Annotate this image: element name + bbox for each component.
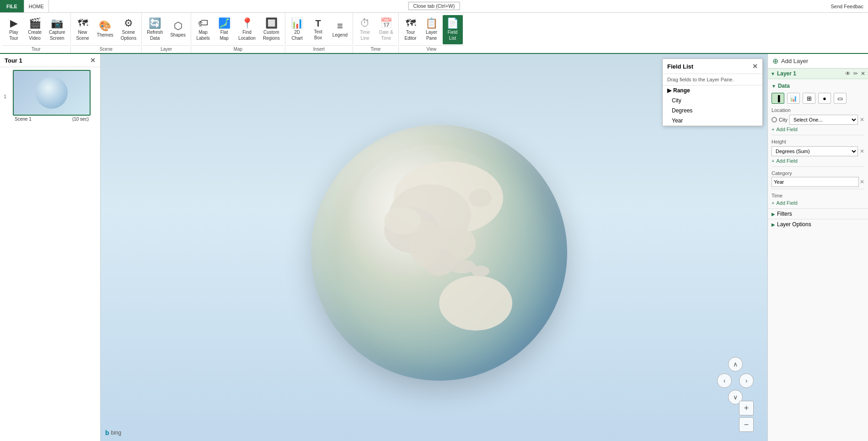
flat-map-icon: 🗾 [218, 18, 230, 28]
map-labels-button[interactable]: 🏷 MapLabels [193, 15, 213, 44]
flat-map-button[interactable]: 🗾 FlatMap [214, 15, 234, 44]
main-layout: Tour 1 ✕ 1 Scene 1 (10 sec) [0, 54, 868, 441]
zoom-in-button[interactable]: + [739, 401, 754, 415]
custom-regions-button[interactable]: 🔲 CustomRegions [260, 15, 283, 44]
location-select[interactable]: Select One... [789, 115, 858, 125]
height-add-icon: + [772, 158, 774, 164]
ribbon-group-scene: 🗺 NewScene 🎨 Themes ⚙ SceneOptions Scene [71, 13, 142, 53]
nav-right-button[interactable]: › [739, 373, 754, 388]
field-list-item-degrees[interactable]: Degrees [663, 106, 762, 116]
time-label: Time [772, 191, 864, 199]
scene-options-icon: ⚙ [124, 18, 133, 28]
layer-options-row[interactable]: ▶ Layer Options [768, 219, 868, 229]
data-section-header[interactable]: ▼ Data [772, 81, 864, 91]
text-box-button[interactable]: T TextBox [308, 15, 328, 44]
field-list-group-range: ▶ Range [663, 85, 762, 96]
new-scene-icon: 🗺 [78, 18, 88, 28]
layer-pane-button[interactable]: 📋 LayerPane [422, 15, 442, 44]
tour-panel: Tour 1 ✕ 1 Scene 1 (10 sec) [0, 54, 101, 441]
location-radio[interactable] [772, 117, 777, 122]
scene-group-label: Scene [72, 45, 141, 53]
scene-item[interactable]: 1 Scene 1 (10 sec) [0, 67, 100, 125]
layer-close-icon[interactable]: ✕ [861, 70, 865, 77]
nav-left-button[interactable]: ‹ [717, 373, 732, 388]
themes-icon: 🎨 [99, 21, 111, 31]
svg-point-10 [384, 207, 421, 234]
tour-editor-icon: 🗺 [406, 18, 416, 28]
add-layer-button[interactable]: ⊕ Add Layer [768, 54, 868, 69]
layer-chevron-icon[interactable]: ▼ [771, 71, 775, 76]
layer-header: ▼ Layer 1 👁 ✏ ✕ [768, 69, 868, 79]
date-time-button[interactable]: 📅 Date &Time [376, 15, 396, 44]
zoom-out-button[interactable]: − [739, 417, 754, 432]
field-list-item-year[interactable]: Year [663, 116, 762, 126]
location-field-value: City [779, 117, 788, 122]
ribbon-group-insert: 📊 2DChart T TextBox ≡ Legend Insert [285, 13, 353, 53]
ribbon-group-tour: ▶ PlayTour 🎬 CreateVideo 📷 CaptureScreen… [2, 13, 71, 53]
height-add-field-button[interactable]: + Add Field [772, 157, 864, 165]
nav-up-button[interactable]: ∧ [728, 357, 743, 372]
scatter-icon: ⊞ [807, 95, 812, 102]
send-feedback-button[interactable]: Send Feedbac [830, 4, 863, 9]
map-labels-icon: 🏷 [198, 18, 208, 28]
location-label: Location [772, 106, 864, 114]
refresh-data-button[interactable]: 🔄 RefreshData [144, 15, 166, 44]
custom-regions-icon: 🔲 [265, 18, 278, 28]
layer-edit-icon[interactable]: ✏ [853, 70, 858, 77]
region-type-button[interactable]: ▭ [834, 93, 847, 104]
bing-label: bing [111, 430, 122, 436]
column-chart-type-button[interactable]: 📊 [787, 93, 800, 104]
play-tour-button[interactable]: ▶ PlayTour [4, 15, 24, 44]
ribbon-group-view: 🗺 TourEditor 📋 LayerPane 📄 FieldList Vie… [399, 13, 465, 53]
capture-screen-button[interactable]: 📷 CaptureScreen [46, 15, 69, 44]
create-video-button[interactable]: 🎬 CreateVideo [25, 15, 45, 44]
home-tab[interactable]: HOME [24, 0, 49, 12]
chart-icon: 📊 [291, 18, 303, 28]
svg-point-5 [439, 276, 512, 330]
category-clear-button[interactable]: ✕ [860, 179, 864, 185]
tour-close-button[interactable]: ✕ [90, 57, 96, 64]
layer-options-label: Layer Options [777, 221, 811, 228]
scatter-type-button[interactable]: ⊞ [803, 93, 815, 104]
bubble-type-button[interactable]: ● [818, 93, 831, 104]
range-chevron-icon: ▶ [667, 87, 671, 94]
close-tab-button[interactable]: Close tab (Ctrl+W) [408, 2, 460, 10]
globe-viewport: Field List ✕ Drag fields to the Layer Pa… [101, 54, 767, 441]
new-scene-button[interactable]: 🗺 NewScene [73, 15, 93, 44]
layer-visibility-icon[interactable]: 👁 [845, 70, 851, 77]
height-select[interactable]: Degrees (Sum) [772, 146, 858, 156]
location-clear-button[interactable]: ✕ [860, 117, 864, 123]
category-input[interactable] [772, 177, 859, 187]
field-list-close-button[interactable]: ✕ [752, 63, 758, 70]
globe [311, 125, 567, 381]
refresh-icon: 🔄 [149, 18, 161, 28]
field-list-item-city[interactable]: City [663, 96, 762, 106]
themes-button[interactable]: 🎨 Themes [94, 15, 117, 44]
time-add-field-button[interactable]: + Add Field [772, 199, 864, 207]
legend-button[interactable]: ≡ Legend [329, 15, 351, 44]
region-icon: ▭ [837, 95, 843, 102]
shapes-button[interactable]: ⬡ Shapes [167, 15, 189, 44]
tour-editor-button[interactable]: 🗺 TourEditor [401, 15, 421, 44]
filters-chevron-icon: ▶ [772, 212, 775, 217]
scene-options-button[interactable]: ⚙ SceneOptions [118, 15, 139, 44]
nav-zoom: + − [739, 401, 754, 432]
file-tab[interactable]: FILE [0, 0, 24, 12]
time-line-button[interactable]: ⏱ TimeLine [355, 15, 375, 44]
ribbon-group-map: 🏷 MapLabels 🗾 FlatMap 📍 FindLocation 🔲 C… [191, 13, 285, 53]
height-clear-button[interactable]: ✕ [860, 148, 864, 154]
bing-logo: b bing [105, 429, 121, 436]
field-list-button[interactable]: 📄 FieldList [443, 15, 463, 44]
time-add-label: Add Field [776, 200, 797, 206]
right-panel: ⊕ Add Layer ▼ Layer 1 👁 ✏ ✕ ▼ Data ▐ [767, 54, 868, 441]
field-list-popup: Field List ✕ Drag fields to the Layer Pa… [662, 58, 763, 126]
find-location-button[interactable]: 📍 FindLocation [235, 15, 259, 44]
globe-thumbnail [36, 77, 68, 109]
bar-chart-type-button[interactable]: ▐ [772, 93, 784, 104]
category-row: ✕ [772, 177, 864, 187]
2d-chart-button[interactable]: 📊 2DChart [287, 15, 307, 44]
filters-row[interactable]: ▶ Filters [768, 208, 868, 219]
camera-icon: 📷 [51, 18, 63, 28]
insert-group-label: Insert [286, 45, 352, 53]
location-add-field-button[interactable]: + Add Field [772, 126, 864, 133]
